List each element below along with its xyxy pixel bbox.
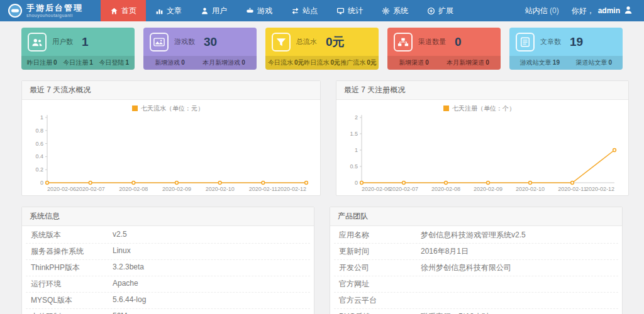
card-footer-stat: 昨日流水0元 [304,58,341,67]
stat-value: 0 [53,59,57,66]
user-menu[interactable]: 你好，admin [572,6,633,16]
card-title: 用户数 [52,37,73,46]
info-value: 梦创信息科技游戏管理系统v2.5 [421,230,613,241]
svg-text:2020-02-07: 2020-02-07 [76,186,105,192]
nav-item-label: 游戏 [257,6,272,16]
article-icon [155,7,164,15]
user-icon [201,7,209,15]
info-label: 上传限制 [31,311,113,314]
info-row-item: 运行环境Apache [26,276,310,293]
info-value [421,279,613,290]
stat-label: 渠道站文章 [576,59,608,66]
card-footer-stat: 游戏站文章19 [520,58,560,67]
info-row-item: 更新时间2016年8月1日 [334,244,618,260]
card-value: 0 [455,35,462,49]
card-footer-stat: 新增游戏0 [155,58,185,67]
svg-text:1.5: 1.5 [350,131,358,137]
stat-label: 今日登陆 [99,59,125,66]
svg-text:1: 1 [355,147,358,153]
stat-value: 0 [609,59,613,66]
svg-text:2020-02-10: 2020-02-10 [206,186,235,192]
svg-text:2020-02-08: 2020-02-08 [119,186,148,192]
card-value: 0元 [326,34,345,50]
nav-item-users[interactable]: 用户 [191,0,236,21]
mail-count-badge: (0) [550,6,559,15]
info-value: 徐州梦创信息科技有限公司 [421,263,613,273]
info-value: 联系客服，5*12小时 [421,311,613,314]
flow-chart-panel: 最近 7 天流水概况 七天流水（单位：元）00.20.40.60.812020-… [21,80,321,196]
nav-item-sites[interactable]: 站点 [282,0,327,21]
nav-item-label: 文章 [167,6,182,16]
app-logo-icon [8,3,23,18]
stat-value: 0元 [367,59,377,66]
document-icon [516,33,535,51]
stat-label: 游戏站文章 [520,59,552,66]
info-label: MYSQL版本 [31,295,113,306]
nav-item-extensions[interactable]: 扩展 [418,0,463,21]
nav-item-games[interactable]: 游戏 [236,0,282,21]
stat-label: 本月新增渠道 [447,59,484,66]
app-brand[interactable]: 手游后台管理 shouyouhoutaiguanli [0,0,101,21]
stat-label: 今日注册 [63,59,88,66]
stat-label: 推广流水 [340,59,365,66]
person-icon [624,6,633,16]
svg-text:2020-02-08: 2020-02-08 [431,186,460,192]
stat-value: 0 [425,59,429,66]
stat-label: 昨日注册 [27,59,52,66]
app-subtitle: shouyouhoutaiguanli [26,13,83,18]
card-title: 总流水 [296,37,317,46]
nav-item-articles[interactable]: 文章 [146,0,191,21]
nav-item-stats[interactable]: 统计 [327,0,372,21]
card-footer-stat: 今日登陆1 [99,58,130,67]
info-row-item: 上传限制50M [26,309,310,314]
info-label: 应用名称 [339,230,421,241]
app-title: 手游后台管理 [26,4,83,12]
stat-label: 本月新增游戏 [203,59,240,66]
site-mail-link[interactable]: 站内信 (0) [525,6,559,16]
info-row-item: 系统版本v2.5 [26,227,310,244]
info-value: 5.6.44-log [113,295,305,306]
stat-card-users: 用户数 1 昨日注册0 今日注册1 今日登陆1 [21,28,135,70]
svg-text:1: 1 [40,114,43,121]
stat-label: 今日流水 [268,59,293,66]
main-nav: 首页 文章 用户 游戏 站点 统计 系统 扩展 [101,0,463,21]
charts-row: 最近 7 天流水概况 七天流水（单位：元）00.20.40.60.812020-… [0,80,644,196]
card-title: 渠道数量 [418,37,446,46]
svg-text:0.8: 0.8 [35,127,43,134]
stat-value: 0 [242,59,245,66]
svg-text:七天流水（单位：元）: 七天流水（单位：元） [141,105,204,112]
info-value: 50M [113,311,305,314]
stat-card-revenue: 总流水 0元 今日流水0元 昨日流水0元 推广流水0元 [265,28,379,70]
product-team-panel: 产品团队 应用名称梦创信息科技游戏管理系统v2.5 更新时间2016年8月1日 … [330,207,623,314]
register-chart-panel: 最近 7 天注册概况 七天注册（单位：个）00.511.522020-02-06… [336,80,629,196]
info-label: 官方云平台 [339,295,421,306]
svg-text:2020-02-11: 2020-02-11 [558,186,586,192]
info-label: ThinkPHP版本 [31,263,113,273]
stat-value: 19 [553,59,560,66]
register-line-chart: 七天注册（单位：个）00.511.522020-02-062020-02-072… [340,101,625,194]
info-value [421,295,613,306]
stat-value: 0 [486,59,489,66]
flow-line-chart: 七天流水（单位：元）00.20.40.60.812020-02-062020-0… [26,101,316,194]
stat-label: 新增游戏 [155,59,180,66]
svg-text:2020-02-12: 2020-02-12 [277,186,306,192]
stat-value: 0 [181,59,185,66]
svg-text:2020-02-11: 2020-02-11 [249,186,277,192]
greeting-text: 你好， [572,6,594,16]
svg-text:2020-02-07: 2020-02-07 [389,186,418,192]
info-value: Apache [113,279,305,290]
card-footer-stat: 今日流水0元 [268,58,304,67]
info-label: 开发公司 [339,263,421,273]
gear-icon [382,7,390,15]
nav-item-label: 扩展 [438,6,453,16]
nav-item-home[interactable]: 首页 [101,0,146,21]
info-value: 3.2.3beta [113,263,305,273]
svg-text:2020-02-12: 2020-02-12 [586,186,614,192]
nav-item-system[interactable]: 系统 [372,0,418,21]
info-row-item: ThinkPHP版本3.2.3beta [26,260,310,276]
info-row-item: 官方云平台 [334,293,618,309]
card-title: 文章数 [540,37,561,46]
svg-text:2020-02-09: 2020-02-09 [474,186,502,192]
site-icon [291,7,299,15]
info-row: 系统信息 系统版本v2.5 服务器操作系统Linux ThinkPHP版本3.2… [0,207,644,314]
